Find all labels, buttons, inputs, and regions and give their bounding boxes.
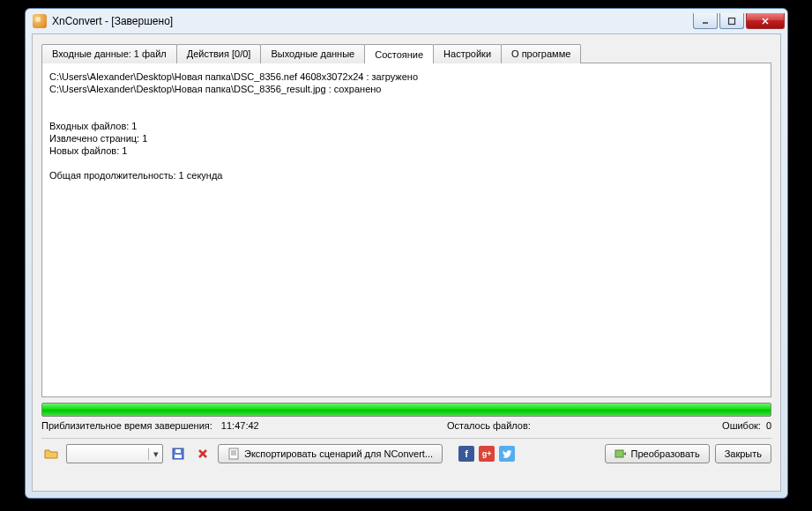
svg-rect-5: [175, 455, 182, 458]
app-icon: [33, 14, 47, 28]
preset-combo[interactable]: ▾: [66, 444, 163, 463]
social-links: f g+: [458, 446, 515, 462]
convert-icon: [615, 448, 627, 460]
tab-1[interactable]: Действия [0/0]: [176, 44, 262, 63]
tab-4[interactable]: Настройки: [433, 44, 502, 63]
export-script-label: Экспортировать сценарий для NConvert...: [244, 448, 433, 459]
tab-bar: Входные данные: 1 файлДействия [0/0]Выхо…: [33, 34, 780, 63]
googleplus-icon[interactable]: g+: [479, 446, 495, 462]
titlebar[interactable]: XnConvert - [Завершено]: [26, 9, 787, 33]
tab-2[interactable]: Выходные данные: [260, 44, 365, 63]
remaining-label: Осталось файлов:: [447, 420, 531, 431]
tab-5[interactable]: О программе: [501, 44, 581, 63]
errors-value: 0: [766, 420, 771, 431]
svg-rect-1: [729, 18, 735, 24]
svg-rect-13: [615, 450, 623, 457]
svg-rect-9: [229, 448, 238, 459]
convert-button[interactable]: Преобразовать: [605, 444, 710, 463]
facebook-icon[interactable]: f: [458, 446, 474, 462]
log-output[interactable]: C:\Users\Alexander\Desktop\Новая папка\D…: [44, 65, 769, 395]
tab-0[interactable]: Входные данные: 1 файл: [41, 44, 177, 63]
eta-label: Приблизительное время завершения:: [41, 420, 212, 431]
window-title: XnConvert - [Завершено]: [52, 15, 693, 27]
close-button[interactable]: Закрыть: [715, 444, 771, 463]
chevron-down-icon: ▾: [148, 448, 162, 460]
convert-label: Преобразовать: [631, 448, 700, 459]
tab-3[interactable]: Состояние: [364, 44, 434, 63]
window-frame: XnConvert - [Завершено] Входные данные: …: [25, 8, 788, 499]
minimize-button[interactable]: [693, 13, 718, 29]
twitter-icon[interactable]: [499, 446, 515, 462]
delete-preset-button[interactable]: [193, 444, 212, 463]
close-label: Закрыть: [725, 448, 762, 459]
errors-label: Ошибок:: [722, 420, 761, 431]
tab-panel-status: C:\Users\Alexander\Desktop\Новая папка\D…: [41, 63, 771, 397]
bottom-toolbar: ▾ Экспортировать сценарий для NConvert..…: [33, 439, 780, 469]
eta-value: 11:47:42: [221, 420, 259, 431]
maximize-button[interactable]: [719, 13, 744, 29]
window-controls: [693, 13, 785, 29]
svg-rect-6: [175, 449, 181, 453]
client-area: Входные данные: 1 файлДействия [0/0]Выхо…: [32, 33, 781, 492]
export-script-button[interactable]: Экспортировать сценарий для NConvert...: [218, 444, 443, 463]
document-icon: [227, 448, 240, 460]
save-preset-button[interactable]: [168, 444, 188, 463]
close-window-button[interactable]: [746, 13, 785, 29]
progress-bar: [41, 403, 771, 417]
status-row: Приблизительное время завершения: 11:47:…: [33, 417, 780, 431]
open-folder-button[interactable]: [41, 444, 61, 463]
